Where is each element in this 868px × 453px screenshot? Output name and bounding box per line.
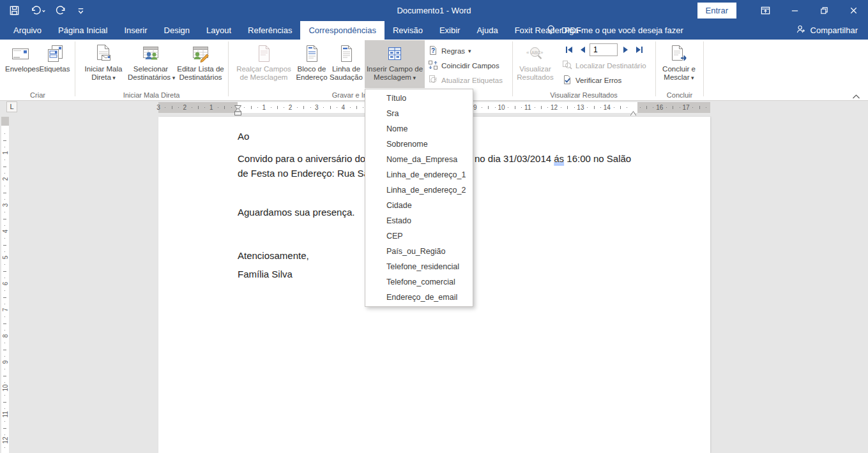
ruler-number: 13: [577, 102, 584, 113]
lightbulb-icon: [546, 24, 556, 37]
tab-design[interactable]: Design: [156, 21, 198, 40]
ruler-number: 8: [2, 333, 9, 339]
coincidir-campos-button[interactable]: Coincidir Campos: [428, 59, 499, 73]
tell-me[interactable]: Diga-me o que você deseja fazer: [546, 21, 683, 40]
paragraph-familia-silva: Família Silva: [238, 267, 293, 281]
merge-field-item[interactable]: Linha_de_endereço_2: [365, 182, 473, 198]
grammar-flagged-word: ás: [554, 153, 564, 164]
next-record-icon[interactable]: [620, 44, 632, 56]
svg-text:?: ?: [431, 47, 435, 54]
merge-field-item[interactable]: Cidade: [365, 198, 473, 213]
ribbon-display-options-icon[interactable]: [750, 0, 780, 21]
share-button[interactable]: Compartilhar: [796, 21, 858, 40]
group-label-visualizar-resultados: Visualizar Resultados: [550, 91, 618, 99]
tab-layout[interactable]: Layout: [198, 21, 240, 40]
ruler-number: 5: [2, 255, 9, 261]
group-label-concluir: Concluir: [667, 91, 692, 99]
ruler-number: 3: [2, 202, 9, 209]
localizar-destinatario-button: Localizar Destinatário: [562, 59, 646, 73]
tab-stop-selector[interactable]: L: [6, 101, 17, 112]
titlebar: Documento1 - Word Entrar: [0, 0, 868, 21]
tell-me-label: Diga-me o que você deseja fazer: [561, 26, 683, 35]
previous-record-icon[interactable]: [577, 44, 588, 56]
merge-field-item[interactable]: Nome_da_Empresa: [365, 152, 473, 167]
ruler-number: 3: [315, 102, 319, 113]
update-labels-icon: [428, 75, 438, 86]
ruler-number: 14: [604, 102, 611, 113]
tab-strip: ArquivoPágina InicialInserirDesignLayout…: [5, 21, 590, 40]
tab-correspondencias[interactable]: Correspondências: [300, 21, 385, 40]
bloco-de-endereco-button[interactable]: Bloco deEndereço: [296, 40, 328, 88]
merge-field-item[interactable]: CEP: [365, 228, 473, 244]
ruler-number: 11: [2, 412, 9, 418]
tab-ajuda[interactable]: Ajuda: [468, 21, 506, 40]
merge-field-menu: TítuloSraNomeSobrenomeNome_da_EmpresaLin…: [365, 89, 473, 307]
merge-field-item[interactable]: Linha_de_endereço_1: [365, 167, 473, 182]
etiquetas-button[interactable]: Etiquetas: [37, 40, 72, 88]
ruler-number: 12: [551, 102, 558, 113]
merge-field-item[interactable]: Nome: [365, 121, 473, 137]
close-icon[interactable]: [839, 0, 868, 21]
restore-icon[interactable]: [809, 0, 839, 21]
merge-field-item[interactable]: País_ou_Região: [365, 244, 473, 259]
verificar-erros-button[interactable]: Verificar Erros: [562, 73, 621, 87]
ruler-number: 10: [498, 102, 505, 113]
linha-de-saudacao-button[interactable]: Linha deSaudação: [329, 40, 363, 88]
find-recipient-icon: [562, 60, 572, 71]
share-person-icon: [796, 24, 806, 36]
concluir-e-mesclar-button[interactable]: Concluir eMesclar: [660, 40, 697, 88]
ruler-number: 9: [2, 359, 9, 366]
merge-field-item[interactable]: Estado: [365, 213, 473, 228]
highlight-merge-fields-icon: [254, 43, 274, 64]
ruler-number: 1: [2, 150, 9, 156]
paragraph-atenciosamente: Atenciosamente,: [238, 249, 309, 262]
svg-text:ABC: ABC: [531, 50, 540, 55]
first-record-icon[interactable]: [563, 44, 575, 56]
vertical-ruler[interactable]: 123456789101112: [1, 117, 9, 453]
ruler-number: 9: [473, 102, 477, 113]
merge-field-item[interactable]: Endereço_de_email: [365, 290, 473, 305]
merge-field-item[interactable]: Telefone_residencial: [365, 259, 473, 274]
paragraph-aguardamos: Aguardamos sua presença.: [238, 205, 354, 219]
ruler-number: 2: [183, 102, 187, 113]
ruler-number: 3: [156, 102, 160, 113]
ruler-number: 1: [263, 102, 266, 113]
tab-exibir[interactable]: Exibir: [431, 21, 469, 40]
svg-text:»: »: [540, 50, 544, 56]
tab-arquivo[interactable]: Arquivo: [5, 21, 50, 40]
preview-results-icon: «»ABC: [525, 43, 545, 64]
ribbon-tab-row: ArquivoPágina InicialInserirDesignLayout…: [0, 21, 868, 40]
paragraph-convite-left: Convido para o aniversário do: [238, 152, 368, 165]
sign-in-button[interactable]: Entrar: [697, 3, 736, 19]
address-block-icon: [301, 43, 322, 64]
merge-field-item[interactable]: Título: [365, 91, 473, 106]
last-record-icon[interactable]: [634, 44, 645, 56]
iniciar-mala-direta-button[interactable]: Iniciar MalaDireta: [80, 40, 126, 88]
minimize-icon[interactable]: [780, 0, 809, 21]
ruler-number: 2: [289, 102, 293, 113]
inserir-campo-de-mesclagem-button[interactable]: Inserir Campo deMesclagem: [365, 40, 425, 88]
ruler-number: 17: [683, 102, 690, 113]
tab-inserir[interactable]: Inserir: [116, 21, 155, 40]
envelopes-button[interactable]: Envelopes: [5, 40, 36, 88]
tab-pagina-inicial[interactable]: Página Inicial: [50, 21, 116, 40]
merge-field-item[interactable]: Sobrenome: [365, 137, 473, 152]
select-recipients-icon: [141, 43, 161, 64]
envelope-icon: [10, 43, 31, 64]
tab-referencias[interactable]: Referências: [240, 21, 300, 40]
start-mail-merge-icon: [93, 43, 114, 64]
regras-button[interactable]: ? Regras: [428, 44, 471, 58]
merge-field-item[interactable]: Sra: [365, 106, 473, 121]
tab-revisao[interactable]: Revisão: [385, 21, 431, 40]
editar-lista-destinatarios-button[interactable]: Editar Lista deDestinatários: [175, 40, 226, 88]
merge-field-item[interactable]: Telefone_comercial: [365, 274, 473, 290]
paragraph-convite-right: no dia 31/03/2014 ás 16:00 no Salão: [475, 152, 631, 165]
group-label-criar: Criar: [30, 91, 45, 99]
record-number-input[interactable]: [590, 43, 618, 56]
selecionar-destinatarios-button[interactable]: SelecionarDestinatários: [128, 40, 174, 88]
group-label-iniciar-mala-direta: Iniciar Mala Direta: [123, 91, 180, 99]
svg-text:«: «: [526, 50, 529, 56]
paragraph-ao: Ao: [238, 130, 249, 143]
visualizar-resultados-button: «»ABC VisualizarResultados: [515, 40, 556, 88]
labels-icon: [45, 43, 65, 64]
